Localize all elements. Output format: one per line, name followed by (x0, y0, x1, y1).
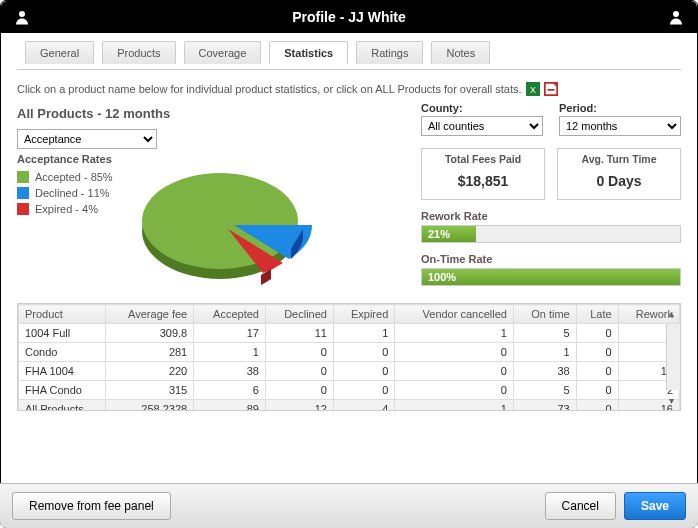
county-select[interactable]: All counties (421, 116, 543, 136)
th-vendor-cancelled[interactable]: Vendor cancelled (395, 305, 514, 324)
legend: Acceptance Rates Accepted - 85% Declined… (17, 153, 113, 219)
th-expired[interactable]: Expired (333, 305, 394, 324)
tab-bar: General Products Coverage Statistics Rat… (17, 41, 681, 64)
rework-label: Rework Rate (421, 210, 681, 222)
titlebar: Profile - JJ White (1, 1, 697, 33)
table-scrollbar[interactable]: ▴ ▾ (666, 324, 680, 390)
metric-turn: Avg. Turn Time 0 Days (557, 148, 681, 200)
th-declined[interactable]: Declined (265, 305, 333, 324)
cancel-button[interactable]: Cancel (545, 492, 616, 520)
pdf-icon[interactable] (544, 82, 558, 96)
rework-bar: 21% (421, 225, 681, 243)
tab-coverage[interactable]: Coverage (184, 41, 262, 64)
table-row[interactable]: FHA 10042203800038012 (19, 362, 680, 381)
excel-icon[interactable]: X (526, 82, 540, 96)
section-title: All Products - 12 months (17, 106, 387, 121)
remove-from-fee-panel-button[interactable]: Remove from fee panel (12, 492, 171, 520)
th-avg-fee[interactable]: Average fee (106, 305, 194, 324)
tab-statistics[interactable]: Statistics (269, 41, 348, 64)
ontime-fill: 100% (422, 269, 680, 285)
county-label: County: (421, 102, 543, 114)
footer: Remove from fee panel Cancel Save (0, 483, 698, 528)
legend-declined: Declined - 11% (17, 187, 113, 199)
pie-chart (125, 153, 325, 293)
product-table: Product Average fee Accepted Declined Ex… (18, 304, 680, 411)
metric-turn-label: Avg. Turn Time (558, 149, 680, 169)
metric-fees-label: Total Fees Paid (422, 149, 544, 169)
svg-point-7 (142, 173, 298, 269)
svg-point-1 (673, 11, 679, 17)
tab-products[interactable]: Products (102, 41, 175, 64)
metric-fees: Total Fees Paid $18,851 (421, 148, 545, 200)
th-product[interactable]: Product (19, 305, 106, 324)
th-late[interactable]: Late (576, 305, 618, 324)
tab-notes[interactable]: Notes (431, 41, 490, 64)
ontime-bar: 100% (421, 268, 681, 286)
th-on-time[interactable]: On time (513, 305, 576, 324)
table-row[interactable]: FHA Condo3156000502 (19, 381, 680, 400)
metric-fees-value: $18,851 (422, 169, 544, 193)
table-row[interactable]: Condo2811000100 (19, 343, 680, 362)
instruction-text: Click on a product name below for indivi… (17, 82, 681, 96)
legend-expired: Expired - 4% (17, 203, 113, 215)
tab-ratings[interactable]: Ratings (356, 41, 423, 64)
period-select[interactable]: 12 months (559, 116, 681, 136)
rework-fill: 21% (422, 226, 476, 242)
ontime-label: On-Time Rate (421, 253, 681, 265)
svg-point-0 (19, 11, 25, 17)
legend-accepted: Accepted - 85% (17, 171, 113, 183)
period-label: Period: (559, 102, 681, 114)
scroll-down-icon[interactable]: ▾ (669, 395, 674, 406)
table-row[interactable]: 1004 Full309.8171111501 (19, 324, 680, 343)
tab-general[interactable]: General (25, 41, 94, 64)
th-accepted[interactable]: Accepted (194, 305, 266, 324)
scroll-up-icon[interactable]: ▴ (669, 308, 674, 319)
person-icon-right (667, 8, 685, 26)
table-row-total[interactable]: All Products 258.2328 89 12 4 1 73 0 16 (19, 400, 680, 412)
product-table-wrap: Product Average fee Accepted Declined Ex… (17, 303, 681, 411)
save-button[interactable]: Save (624, 492, 686, 520)
svg-rect-5 (547, 89, 554, 91)
acceptance-select[interactable]: Acceptance (17, 129, 157, 149)
person-icon-left (13, 8, 31, 26)
metric-turn-value: 0 Days (558, 169, 680, 193)
legend-title: Acceptance Rates (17, 153, 113, 165)
instruction-label: Click on a product name below for indivi… (17, 83, 522, 95)
svg-text:X: X (530, 85, 536, 95)
window-title: Profile - JJ White (31, 9, 667, 25)
